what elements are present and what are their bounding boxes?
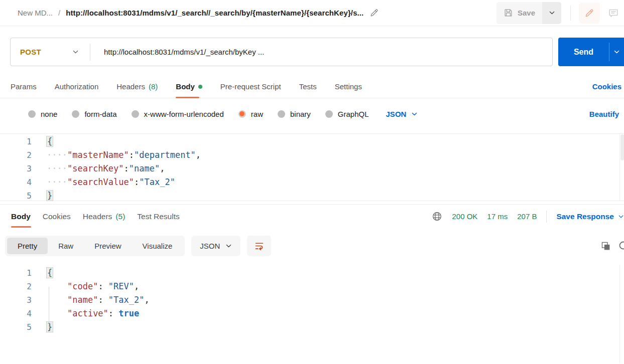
code-line: 3 ····"searchKey":"name", — [0, 162, 624, 175]
view-preview[interactable]: Preview — [84, 238, 132, 254]
json-colon: : — [134, 177, 139, 187]
body-mode-form-data[interactable]: form-data — [72, 110, 116, 118]
request-tab-title[interactable]: New MD... — [18, 9, 53, 17]
response-body-viewer[interactable]: 1 { 2 "code": "REV", 3 "name": "Tax_2", … — [0, 265, 624, 364]
body-mode-graphql[interactable]: GraphQL — [325, 110, 369, 118]
radio-icon — [278, 110, 285, 118]
wrap-lines-button[interactable] — [247, 236, 271, 256]
json-colon: : — [108, 308, 118, 318]
body-mode-none[interactable]: none — [28, 110, 57, 118]
request-editor-scrollbar[interactable] — [619, 134, 624, 200]
tab-tests-label: Tests — [299, 82, 317, 91]
code-line: 1 { — [0, 266, 624, 280]
request-name-url[interactable]: http://localhost:8031/mdms/v1/_search//_… — [66, 9, 363, 17]
line-number: 4 — [0, 307, 32, 320]
close-brace: } — [47, 191, 53, 201]
view-raw[interactable]: Raw — [48, 238, 84, 254]
json-key: "code" — [67, 281, 98, 291]
save-response-label: Save Response — [556, 212, 614, 221]
chevron-down-icon — [72, 49, 79, 55]
line-number: 3 — [0, 162, 32, 175]
save-response-button[interactable]: Save Response — [556, 212, 624, 221]
request-header-bar: New MD... / http://localhost:8031/mdms/v… — [0, 0, 624, 26]
globe-icon[interactable] — [432, 211, 442, 222]
beautify-link[interactable]: Beautify — [589, 110, 619, 118]
json-colon: : — [129, 150, 134, 160]
line-number: 2 — [0, 148, 32, 162]
chevron-down-icon — [411, 111, 418, 117]
response-language-select[interactable]: JSON — [191, 236, 240, 256]
body-mode-raw-label: raw — [251, 110, 263, 118]
topbar-divider — [570, 6, 571, 21]
tab-params-label: Params — [11, 82, 37, 91]
url-bar-divider — [90, 44, 90, 61]
status-badge[interactable]: 200 OK — [452, 212, 477, 221]
line-number: 2 — [0, 280, 32, 293]
tab-authorization[interactable]: Authorization — [55, 75, 99, 98]
response-tab-headers[interactable]: Headers(5) — [83, 205, 126, 229]
json-key: "searchValue" — [67, 177, 134, 187]
url-input[interactable] — [104, 48, 536, 56]
response-view-segmented-control: Pretty Raw Preview Visualize — [5, 236, 185, 256]
code-line: 4 ····"searchValue":"Tax_2" — [0, 175, 624, 189]
tab-body[interactable]: Body — [176, 75, 202, 98]
response-tab-test-results-label: Test Results — [137, 212, 179, 221]
method-label: POST — [20, 48, 41, 56]
pencil-icon — [584, 8, 594, 18]
cookies-link[interactable]: Cookies — [592, 82, 621, 91]
body-mode-none-label: none — [41, 110, 57, 118]
response-tab-headers-label: Headers — [83, 212, 112, 221]
code-line: 1 { — [0, 135, 624, 148]
tab-tests[interactable]: Tests — [299, 75, 317, 98]
send-button-group: Send — [558, 38, 624, 66]
json-string-value: "department" — [134, 150, 196, 160]
edit-documentation-button[interactable] — [579, 3, 600, 24]
request-tabs-bar: Params Authorization Headers(8) Body Pre… — [0, 75, 624, 98]
tab-settings[interactable]: Settings — [335, 75, 362, 98]
rename-request-button[interactable] — [369, 8, 379, 18]
headers-count-badge: (8) — [149, 82, 158, 91]
radio-icon — [28, 110, 36, 118]
body-modified-dot — [198, 85, 202, 89]
send-options-button[interactable] — [609, 38, 624, 66]
response-size[interactable]: 207 B — [517, 212, 537, 221]
radio-icon — [72, 110, 79, 118]
open-brace: { — [47, 136, 53, 146]
radio-selected-icon — [238, 110, 246, 118]
json-comma: , — [160, 163, 165, 173]
code-line: 2 ····"masterName":"department", — [0, 148, 624, 162]
scrollbar-thumb[interactable] — [620, 134, 624, 160]
body-mode-raw[interactable]: raw — [238, 110, 263, 118]
view-pretty[interactable]: Pretty — [7, 238, 48, 254]
save-options-button[interactable] — [542, 2, 561, 24]
comment-icon — [608, 8, 619, 19]
body-mode-binary[interactable]: binary — [278, 110, 311, 118]
response-tab-test-results[interactable]: Test Results — [137, 205, 179, 229]
response-editor-scrollbar[interactable] — [619, 265, 624, 363]
body-mode-urlencoded[interactable]: x-www-form-urlencoded — [132, 110, 224, 118]
tab-params[interactable]: Params — [11, 75, 37, 98]
raw-language-select[interactable]: JSON — [386, 110, 418, 118]
json-comma: , — [196, 150, 201, 160]
comments-button[interactable] — [603, 3, 624, 24]
method-selector[interactable]: POST — [11, 48, 90, 56]
send-button[interactable]: Send — [558, 38, 609, 66]
copy-icon[interactable] — [600, 241, 611, 251]
tab-headers[interactable]: Headers(8) — [116, 75, 158, 98]
view-visualize[interactable]: Visualize — [132, 238, 183, 254]
indent — [47, 295, 67, 305]
search-icon[interactable] — [618, 240, 624, 252]
request-body-editor[interactable]: 1 { 2 ····"masterName":"department", 3 ·… — [0, 133, 624, 201]
save-button[interactable]: Save — [496, 2, 542, 24]
response-tab-body[interactable]: Body — [11, 205, 31, 229]
code-line: 5 } — [0, 189, 624, 203]
send-button-label: Send — [574, 48, 593, 57]
tab-pre-request-script[interactable]: Pre-request Script — [220, 75, 281, 98]
whitespace-dots: ···· — [47, 177, 67, 187]
response-tab-cookies[interactable]: Cookies — [43, 205, 71, 229]
response-time[interactable]: 17 ms — [487, 212, 508, 221]
json-key: "masterName" — [67, 150, 129, 160]
code-line: 4 "active": true — [0, 307, 624, 320]
response-view-toolbar: Pretty Raw Preview Visualize JSON — [5, 234, 624, 258]
whitespace-dots: ···· — [47, 163, 67, 173]
